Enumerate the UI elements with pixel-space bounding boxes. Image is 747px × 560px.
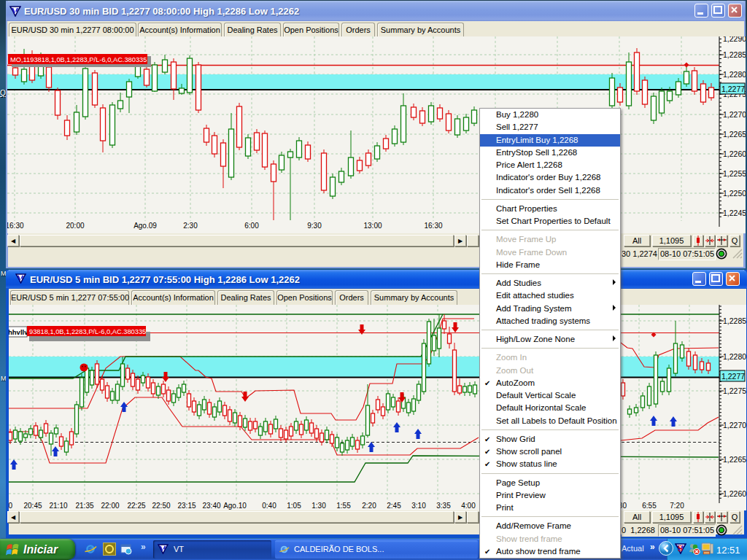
svg-text:1,2260: 1,2260 <box>723 149 746 158</box>
svg-text:2:30: 2:30 <box>183 222 198 230</box>
svg-text:1:55: 1:55 <box>336 502 351 510</box>
svg-text:16:30: 16:30 <box>424 222 442 230</box>
svg-text:1,2285: 1,2285 <box>723 50 746 59</box>
svg-text:16:30: 16:30 <box>7 222 24 230</box>
svg-text:4:00: 4:00 <box>461 502 476 510</box>
svg-text:3:10: 3:10 <box>411 502 426 510</box>
svg-text:21:10: 21:10 <box>49 502 67 510</box>
svg-text:23:15: 23:15 <box>177 502 196 510</box>
svg-text:6:55: 6:55 <box>642 502 657 510</box>
svg-text:hhvllv: hhvllv <box>9 328 28 336</box>
svg-text:20:45: 20:45 <box>23 502 42 510</box>
svg-text:20:00: 20:00 <box>66 222 84 230</box>
svg-text:1,2245: 1,2245 <box>723 209 746 217</box>
svg-text:1,2270: 1,2270 <box>723 110 746 119</box>
svg-text:1,2250: 1,2250 <box>723 189 746 198</box>
svg-text:6:00: 6:00 <box>244 222 259 230</box>
svg-text:13:00: 13:00 <box>363 222 382 230</box>
svg-text:2:20: 2:20 <box>362 502 376 510</box>
svg-text:1,2255: 1,2255 <box>723 169 746 178</box>
svg-text:1,2290: 1,2290 <box>723 36 746 43</box>
svg-text:1,2265: 1,2265 <box>723 455 746 464</box>
svg-text:1,2280: 1,2280 <box>723 352 746 361</box>
svg-text:22:00: 22:00 <box>101 502 119 510</box>
svg-text:1,2260: 1,2260 <box>723 489 746 498</box>
svg-text:93818,1,0B,1,2283,P/L-6,0,AC.3: 93818,1,0B,1,2283,P/L-6,0,AC.380335 <box>29 328 146 335</box>
svg-text:22:25: 22:25 <box>127 502 145 510</box>
svg-text:1,2265: 1,2265 <box>723 130 746 139</box>
svg-text:22:50: 22:50 <box>152 502 170 510</box>
svg-text:1,2277: 1,2277 <box>721 85 745 93</box>
svg-text:7:20: 7:20 <box>670 502 684 510</box>
svg-text:23:40: 23:40 <box>202 502 220 510</box>
svg-text:MO,1193818,1,0B,1,2283,P/L-6,0: MO,1193818,1,0B,1,2283,P/L-6,0,AC.380335 <box>10 56 147 63</box>
svg-text:1,2280: 1,2280 <box>723 70 746 79</box>
svg-text:3:35: 3:35 <box>436 502 451 510</box>
svg-text:9:30: 9:30 <box>307 222 322 230</box>
svg-text:1:30: 1:30 <box>311 502 326 510</box>
svg-text:Ago.09: Ago.09 <box>133 222 157 230</box>
svg-text:1:05: 1:05 <box>287 502 301 510</box>
svg-text:1,2277: 1,2277 <box>721 372 745 381</box>
svg-text:1,2285: 1,2285 <box>723 316 746 325</box>
svg-text:0:40: 0:40 <box>262 502 276 510</box>
svg-text:1,2270: 1,2270 <box>723 421 746 429</box>
svg-text:Ago.10: Ago.10 <box>223 502 247 510</box>
svg-text:S: S <box>678 543 683 553</box>
svg-text::20: :20 <box>9 502 12 510</box>
svg-text:2:45: 2:45 <box>387 502 401 510</box>
svg-text:21:35: 21:35 <box>75 502 93 510</box>
svg-text:1,2275: 1,2275 <box>723 386 746 395</box>
